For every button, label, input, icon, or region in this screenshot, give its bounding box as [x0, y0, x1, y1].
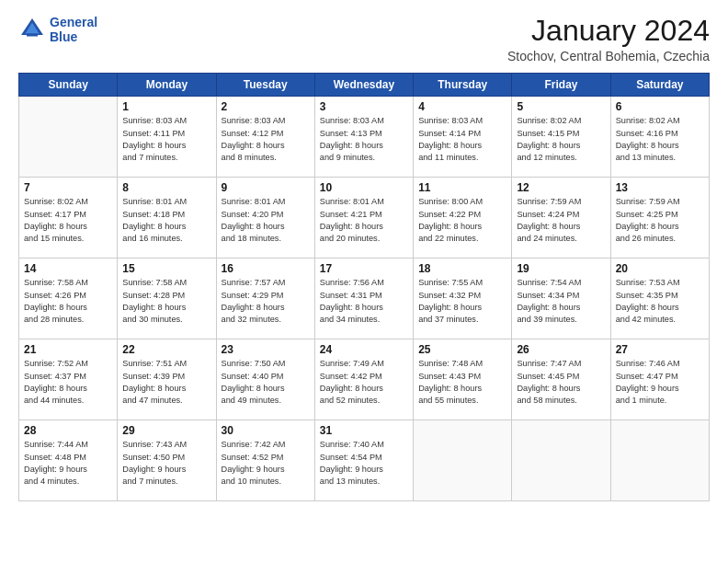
- day-info: Sunrise: 7:55 AMSunset: 4:32 PMDaylight:…: [418, 277, 506, 326]
- day-number: 26: [517, 343, 605, 356]
- calendar-cell: [19, 97, 118, 178]
- day-info: Sunrise: 8:03 AMSunset: 4:13 PMDaylight:…: [320, 115, 408, 164]
- day-info: Sunrise: 8:01 AMSunset: 4:20 PMDaylight:…: [222, 196, 310, 245]
- calendar-cell: 13Sunrise: 7:59 AMSunset: 4:25 PMDayligh…: [610, 178, 709, 259]
- day-info: Sunrise: 8:01 AMSunset: 4:18 PMDaylight:…: [122, 196, 210, 245]
- day-info: Sunrise: 7:50 AMSunset: 4:40 PMDaylight:…: [222, 358, 310, 407]
- page: General Blue January 2024 Stochov, Centr…: [0, 0, 728, 563]
- day-number: 16: [222, 262, 310, 275]
- day-info: Sunrise: 8:03 AMSunset: 4:11 PMDaylight:…: [122, 115, 210, 164]
- day-number: 15: [122, 262, 210, 275]
- day-info: Sunrise: 7:47 AMSunset: 4:45 PMDaylight:…: [517, 358, 605, 407]
- calendar-week-2: 7Sunrise: 8:02 AMSunset: 4:17 PMDaylight…: [19, 178, 710, 259]
- calendar-cell: [610, 420, 709, 501]
- calendar-cell: 18Sunrise: 7:55 AMSunset: 4:32 PMDayligh…: [414, 259, 512, 339]
- calendar-cell: 30Sunrise: 7:42 AMSunset: 4:52 PMDayligh…: [216, 420, 314, 501]
- calendar-cell: 17Sunrise: 7:56 AMSunset: 4:31 PMDayligh…: [314, 259, 413, 339]
- main-title: January 2024: [507, 15, 710, 47]
- svg-rect-2: [27, 34, 38, 37]
- day-info: Sunrise: 7:53 AMSunset: 4:35 PMDaylight:…: [616, 277, 704, 326]
- day-info: Sunrise: 7:40 AMSunset: 4:54 PMDaylight:…: [320, 439, 408, 488]
- day-number: 2: [222, 100, 310, 113]
- day-number: 5: [517, 100, 605, 113]
- header-saturday: Saturday: [610, 74, 709, 97]
- day-info: Sunrise: 7:58 AMSunset: 4:26 PMDaylight:…: [24, 277, 112, 326]
- calendar-cell: 12Sunrise: 7:59 AMSunset: 4:24 PMDayligh…: [512, 178, 610, 259]
- calendar-cell: 16Sunrise: 7:57 AMSunset: 4:29 PMDayligh…: [216, 259, 314, 339]
- calendar-cell: 3Sunrise: 8:03 AMSunset: 4:13 PMDaylight…: [314, 97, 413, 178]
- calendar-cell: 23Sunrise: 7:50 AMSunset: 4:40 PMDayligh…: [216, 339, 314, 420]
- calendar-cell: 4Sunrise: 8:03 AMSunset: 4:14 PMDaylight…: [414, 97, 512, 178]
- calendar-cell: 1Sunrise: 8:03 AMSunset: 4:11 PMDaylight…: [118, 97, 216, 178]
- day-info: Sunrise: 7:59 AMSunset: 4:25 PMDaylight:…: [616, 196, 704, 245]
- day-number: 8: [122, 181, 210, 194]
- day-number: 10: [320, 181, 408, 194]
- logo-text: General Blue: [50, 15, 97, 44]
- calendar-cell: 5Sunrise: 8:02 AMSunset: 4:15 PMDaylight…: [512, 97, 610, 178]
- calendar-cell: [512, 420, 610, 501]
- calendar-cell: 27Sunrise: 7:46 AMSunset: 4:47 PMDayligh…: [610, 339, 709, 420]
- day-info: Sunrise: 7:42 AMSunset: 4:52 PMDaylight:…: [222, 439, 310, 488]
- day-info: Sunrise: 7:48 AMSunset: 4:43 PMDaylight:…: [418, 358, 506, 407]
- day-number: 14: [24, 262, 112, 275]
- day-info: Sunrise: 7:46 AMSunset: 4:47 PMDaylight:…: [616, 358, 704, 407]
- calendar-cell: 19Sunrise: 7:54 AMSunset: 4:34 PMDayligh…: [512, 259, 610, 339]
- day-number: 31: [320, 424, 408, 437]
- calendar-cell: 2Sunrise: 8:03 AMSunset: 4:12 PMDaylight…: [216, 97, 314, 178]
- calendar-cell: 25Sunrise: 7:48 AMSunset: 4:43 PMDayligh…: [414, 339, 512, 420]
- day-info: Sunrise: 8:03 AMSunset: 4:14 PMDaylight:…: [418, 115, 506, 164]
- header-wednesday: Wednesday: [314, 74, 413, 97]
- calendar-cell: 9Sunrise: 8:01 AMSunset: 4:20 PMDaylight…: [216, 178, 314, 259]
- day-number: 30: [222, 424, 310, 437]
- calendar-week-1: 1Sunrise: 8:03 AMSunset: 4:11 PMDaylight…: [19, 97, 710, 178]
- day-number: 20: [616, 262, 704, 275]
- calendar-cell: 22Sunrise: 7:51 AMSunset: 4:39 PMDayligh…: [118, 339, 216, 420]
- day-info: Sunrise: 7:43 AMSunset: 4:50 PMDaylight:…: [122, 439, 210, 488]
- logo: General Blue: [18, 15, 97, 44]
- day-info: Sunrise: 7:57 AMSunset: 4:29 PMDaylight:…: [222, 277, 310, 326]
- day-info: Sunrise: 7:51 AMSunset: 4:39 PMDaylight:…: [122, 358, 210, 407]
- calendar-cell: 24Sunrise: 7:49 AMSunset: 4:42 PMDayligh…: [314, 339, 413, 420]
- day-info: Sunrise: 7:59 AMSunset: 4:24 PMDaylight:…: [517, 196, 605, 245]
- calendar-cell: 8Sunrise: 8:01 AMSunset: 4:18 PMDaylight…: [118, 178, 216, 259]
- day-number: 7: [24, 181, 112, 194]
- logo-icon: [18, 16, 46, 43]
- day-number: 28: [24, 424, 112, 437]
- day-number: 9: [222, 181, 310, 194]
- day-info: Sunrise: 8:01 AMSunset: 4:21 PMDaylight:…: [320, 196, 408, 245]
- day-number: 22: [122, 343, 210, 356]
- day-number: 24: [320, 343, 408, 356]
- day-number: 18: [418, 262, 506, 275]
- calendar-cell: 11Sunrise: 8:00 AMSunset: 4:22 PMDayligh…: [414, 178, 512, 259]
- day-number: 25: [418, 343, 506, 356]
- day-info: Sunrise: 7:49 AMSunset: 4:42 PMDaylight:…: [320, 358, 408, 407]
- calendar: Sunday Monday Tuesday Wednesday Thursday…: [18, 73, 710, 501]
- day-number: 27: [616, 343, 704, 356]
- header: General Blue January 2024 Stochov, Centr…: [18, 15, 710, 63]
- calendar-cell: [414, 420, 512, 501]
- day-number: 13: [616, 181, 704, 194]
- subtitle: Stochov, Central Bohemia, Czechia: [507, 49, 710, 63]
- calendar-cell: 29Sunrise: 7:43 AMSunset: 4:50 PMDayligh…: [118, 420, 216, 501]
- day-number: 19: [517, 262, 605, 275]
- calendar-week-4: 21Sunrise: 7:52 AMSunset: 4:37 PMDayligh…: [19, 339, 710, 420]
- day-number: 3: [320, 100, 408, 113]
- calendar-week-3: 14Sunrise: 7:58 AMSunset: 4:26 PMDayligh…: [19, 259, 710, 339]
- day-number: 23: [222, 343, 310, 356]
- calendar-header-row: Sunday Monday Tuesday Wednesday Thursday…: [19, 74, 710, 97]
- header-sunday: Sunday: [19, 74, 118, 97]
- day-info: Sunrise: 7:56 AMSunset: 4:31 PMDaylight:…: [320, 277, 408, 326]
- day-info: Sunrise: 7:44 AMSunset: 4:48 PMDaylight:…: [24, 439, 112, 488]
- day-number: 1: [122, 100, 210, 113]
- day-info: Sunrise: 7:52 AMSunset: 4:37 PMDaylight:…: [24, 358, 112, 407]
- header-tuesday: Tuesday: [216, 74, 314, 97]
- header-thursday: Thursday: [414, 74, 512, 97]
- day-number: 17: [320, 262, 408, 275]
- calendar-cell: 10Sunrise: 8:01 AMSunset: 4:21 PMDayligh…: [314, 178, 413, 259]
- day-info: Sunrise: 8:02 AMSunset: 4:17 PMDaylight:…: [24, 196, 112, 245]
- calendar-cell: 28Sunrise: 7:44 AMSunset: 4:48 PMDayligh…: [19, 420, 118, 501]
- day-number: 29: [122, 424, 210, 437]
- header-friday: Friday: [512, 74, 610, 97]
- day-info: Sunrise: 8:00 AMSunset: 4:22 PMDaylight:…: [418, 196, 506, 245]
- calendar-week-5: 28Sunrise: 7:44 AMSunset: 4:48 PMDayligh…: [19, 420, 710, 501]
